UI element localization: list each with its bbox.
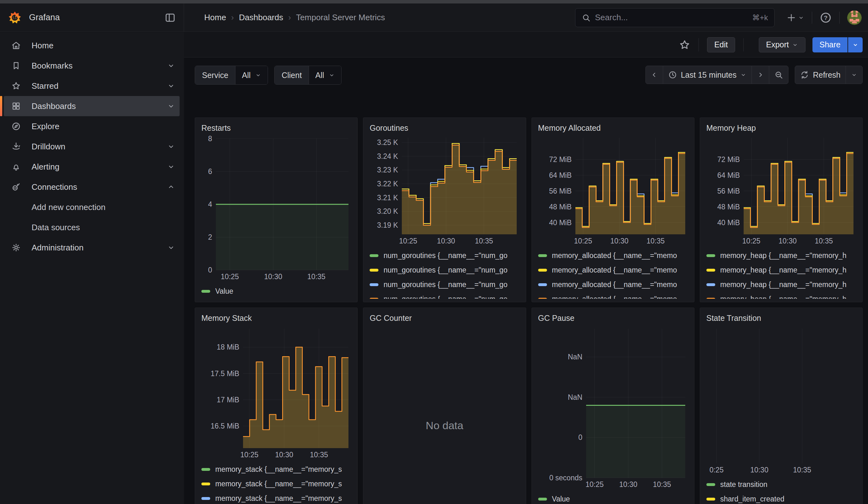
chevron-down-icon [167,82,175,90]
svg-text:10:35: 10:35 [310,451,328,459]
sidebar-item-alerting[interactable]: Alerting [4,157,179,177]
legend-series-label: memory_allocated {__name__="memo [552,251,677,260]
time-range-picker[interactable]: Last 15 minutes [663,66,752,84]
export-button[interactable]: Export [759,37,806,52]
refresh-button[interactable]: Refresh [795,66,846,84]
sidebar-item-add-new-connection[interactable]: Add new connection [4,197,179,217]
time-forward-button[interactable] [752,66,769,84]
breadcrumb-home[interactable]: Home [204,13,226,22]
timeseries-chart[interactable]: 10:2510:3010:3540 MiB48 MiB56 MiB64 MiB7… [538,134,688,246]
panel-title[interactable]: State Transition [706,312,856,326]
panel-title[interactable]: Restarts [202,122,351,135]
timeseries-chart[interactable]: 10:2510:3010:3502468 [202,135,351,281]
legend-item[interactable]: shard_item_created [706,492,856,504]
user-avatar[interactable] [847,10,862,25]
time-back-button[interactable] [645,66,663,84]
chevron-down-icon [798,14,804,21]
new-menu-button[interactable] [787,13,804,22]
legend-item[interactable]: num_goroutines {__name__="num_go [370,277,519,292]
legend-item[interactable]: memory_heap {__name__="memory_h [706,248,856,263]
variable-client-select[interactable]: Client All [274,66,342,85]
variable-service-select[interactable]: Service All [195,66,268,85]
search-icon [582,13,591,22]
legend-item[interactable]: num_goroutines {__name__="num_go [370,292,519,299]
timeseries-chart[interactable]: 10:2510:3010:3516.5 MiB17 MiB17.5 MiB18 … [202,326,351,460]
legend-item[interactable]: memory_stack {__name__="memory_s [202,462,351,476]
share-menu-button[interactable] [848,37,862,52]
legend-series-marker [202,483,210,485]
favorite-star-button[interactable] [679,39,690,51]
actions-divider [699,38,699,51]
variable-value: All [315,71,324,80]
sidebar-item-administration[interactable]: Administration [4,237,179,258]
legend-item[interactable]: memory_stack {__name__="memory_s [202,491,351,504]
svg-text:8: 8 [208,135,212,143]
timeseries-chart[interactable]: 10:2510:3010:3540 MiB48 MiB56 MiB64 MiB7… [706,134,856,246]
sidebar-item-dashboards[interactable]: Dashboards [4,96,179,116]
chevron-down-icon [740,72,746,78]
panel-gc-counter: GC Counter No data [363,308,526,504]
sidebar-item-bookmarks[interactable]: Bookmarks [4,55,179,76]
legend-series-marker [538,269,547,271]
connections-plug-icon [11,182,21,192]
legend-series-label: memory_heap {__name__="memory_h [720,251,847,260]
help-button[interactable]: ? [820,12,832,24]
legend-series-marker [370,283,379,286]
timeseries-chart[interactable]: 0:2510:3010:35 [706,326,856,475]
legend-item[interactable]: memory_allocated {__name__="memo [538,263,688,277]
legend-item[interactable]: Value [202,284,351,298]
legend-item[interactable]: memory_heap {__name__="memory_h [706,292,856,299]
svg-text:6: 6 [208,167,212,176]
timeseries-chart[interactable]: 10:2510:3010:353.19 K3.20 K3.21 K3.22 K3… [370,134,519,246]
actions-divider [743,38,744,51]
panel-title[interactable]: Memory Allocated [538,122,688,134]
legend-item[interactable]: memory_allocated {__name__="memo [538,292,688,299]
svg-text:10:35: 10:35 [475,237,493,245]
legend-item[interactable]: memory_heap {__name__="memory_h [706,277,856,292]
zoom-out-button[interactable] [769,66,788,84]
edit-button[interactable]: Edit [707,37,735,52]
svg-text:3.22 K: 3.22 K [377,180,398,188]
sidebar-item-connections[interactable]: Connections [4,177,179,197]
legend-series-marker [538,298,547,299]
legend-item[interactable]: num_goroutines {__name__="num_go [370,263,519,277]
panel-legend: Value [538,489,688,504]
legend-item[interactable]: memory_heap {__name__="memory_h [706,263,856,277]
svg-text:3.21 K: 3.21 K [377,194,398,202]
panel-title[interactable]: Goroutines [370,122,519,134]
panel-legend: memory_heap {__name__="memory_hmemory_he… [706,246,856,299]
main-content: Edit Export Share [184,32,868,504]
panel-title[interactable]: Memory Stack [202,312,351,326]
svg-text:3.23 K: 3.23 K [377,166,398,174]
panel-memory-heap: Memory Heap 10:2510:3010:3540 MiB48 MiB5… [700,117,862,302]
search-input[interactable]: Search... ⌘+k [575,8,775,27]
sidebar-toggle-icon[interactable] [165,12,175,23]
legend-item[interactable]: Value [538,492,688,504]
sidebar-item-data-sources[interactable]: Data sources [4,217,179,237]
panel-state-transition: State Transition 0:2510:3010:35 state tr… [700,308,862,504]
timeseries-chart[interactable]: 10:2510:3010:350 seconds0NaNNaN [538,326,688,489]
sidebar-item-home[interactable]: Home [4,35,179,55]
sidebar-nav: Home Bookmarks Starred [0,32,184,504]
time-range-label: Last 15 minutes [681,70,737,80]
legend-item[interactable]: memory_allocated {__name__="memo [538,277,688,292]
svg-text:56 MiB: 56 MiB [549,187,572,195]
share-button[interactable]: Share [813,37,847,52]
panel-legend: state transitionshard_item_created [706,475,856,504]
legend-item[interactable]: num_goroutines {__name__="num_go [370,248,519,263]
svg-text:10:35: 10:35 [647,237,665,245]
legend-item[interactable]: state transition [706,477,856,492]
panel-title[interactable]: Memory Heap [706,122,856,134]
legend-item[interactable]: memory_allocated {__name__="memo [538,248,688,263]
sidebar-item-drilldown[interactable]: Drilldown [4,136,179,157]
panel-title[interactable]: GC Counter [370,312,519,326]
panel-title[interactable]: GC Pause [538,312,688,326]
legend-series-marker [706,254,715,257]
legend-item[interactable]: memory_stack {__name__="memory_s [202,476,351,491]
sidebar-item-starred[interactable]: Starred [4,76,179,96]
sidebar-item-explore[interactable]: Explore [4,116,179,136]
chevron-down-icon [167,244,175,252]
gear-icon [11,243,21,252]
refresh-interval-button[interactable] [846,66,862,84]
breadcrumb-dashboards[interactable]: Dashboards [239,13,283,22]
